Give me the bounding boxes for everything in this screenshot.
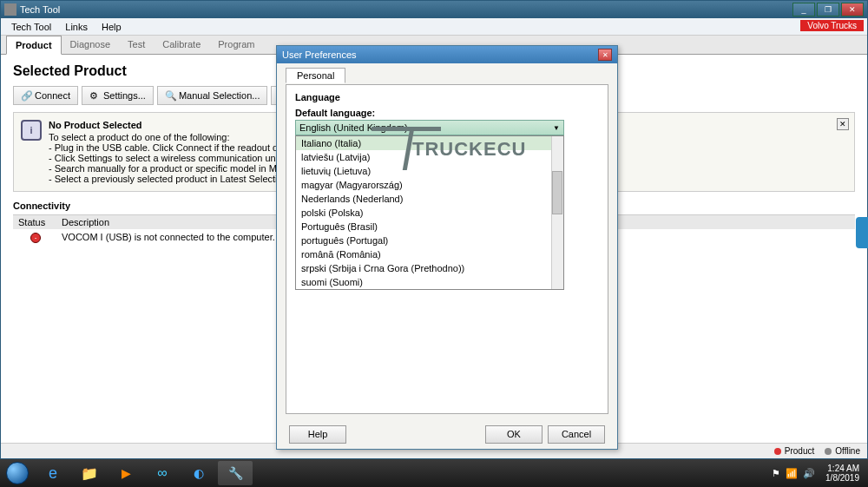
settings-label: Settings...	[103, 90, 146, 101]
language-option[interactable]: srpski (Srbija i Crna Gora (Prethodno))	[296, 261, 563, 275]
language-option[interactable]: magyar (Magyarország)	[296, 178, 563, 192]
menu-help[interactable]: Help	[95, 20, 128, 34]
ok-button[interactable]: OK	[485, 425, 542, 444]
menu-links[interactable]: Links	[58, 20, 95, 34]
tab-program[interactable]: Program	[209, 36, 263, 54]
dialog-title: User Preferences	[282, 49, 357, 60]
taskbar-techtool-icon[interactable]: 🔧	[218, 461, 253, 485]
app-icon	[4, 3, 16, 16]
status-product: Product	[785, 446, 814, 456]
language-dropdown-list: Italiano (Italia) latviešu (Latvija) lie…	[295, 135, 564, 290]
dropdown-scroll-thumb[interactable]	[552, 171, 562, 214]
col-status: Status	[13, 215, 56, 229]
language-option[interactable]: română (România)	[296, 247, 563, 261]
taskbar: e 📁 ▶ ∞ ◐ 🔧 ⚑ 📶 🔊 1:24 AM 1/8/2019	[0, 459, 868, 487]
search-icon: 🔍	[165, 90, 175, 101]
clock-time: 1:24 AM	[825, 464, 859, 473]
taskbar-app1-icon[interactable]: ∞	[145, 461, 180, 485]
side-widget[interactable]	[856, 217, 868, 248]
connect-label: Connect	[35, 90, 70, 101]
system-tray: ⚑ 📶 🔊 1:24 AM 1/8/2019	[772, 464, 868, 483]
language-selected: English (United Kingdom)	[299, 122, 408, 133]
taskbar-explorer-icon[interactable]: 📁	[72, 461, 107, 485]
chevron-down-icon: ▼	[553, 124, 560, 132]
brand-badge: Volvo Trucks	[800, 20, 864, 31]
taskbar-ie-icon[interactable]: e	[36, 461, 70, 485]
settings-button[interactable]: ⚙Settings...	[82, 86, 154, 105]
language-option[interactable]: latviešu (Latvija)	[296, 150, 563, 164]
tray-flag-icon[interactable]: ⚑	[772, 468, 780, 479]
taskbar-teamviewer-icon[interactable]: ◐	[181, 461, 216, 485]
tab-diagnose[interactable]: Diagnose	[62, 36, 119, 54]
default-language-label: Default language:	[295, 108, 599, 118]
manual-label: Manual Selection...	[179, 90, 260, 101]
tab-product[interactable]: Product	[6, 36, 62, 55]
language-option[interactable]: polski (Polska)	[296, 206, 563, 220]
help-button[interactable]: Help	[289, 425, 346, 444]
dialog-body: Language Default language: English (Unit…	[286, 84, 608, 414]
window-title: Tech Tool	[20, 4, 60, 15]
status-dot-offline	[825, 448, 832, 455]
language-option[interactable]: português (Portugal)	[296, 234, 563, 247]
error-icon: -	[30, 233, 41, 243]
tray-network-icon[interactable]: 📶	[786, 468, 798, 479]
gear-icon: ⚙	[89, 90, 100, 101]
info-close-button[interactable]: ✕	[837, 118, 849, 130]
dialog-titlebar: User Preferences ✕	[277, 46, 617, 63]
user-preferences-dialog: User Preferences ✕ Personal Language Def…	[276, 45, 618, 450]
connect-icon: 🔗	[21, 90, 31, 101]
window-close-button[interactable]: ✕	[841, 3, 864, 16]
language-option[interactable]: Português (Brasil)	[296, 220, 563, 234]
tray-volume-icon[interactable]: 🔊	[803, 468, 815, 479]
dialog-buttons: Help OK Cancel	[277, 419, 617, 449]
minimize-button[interactable]: _	[792, 3, 815, 16]
maximize-button[interactable]: ❐	[817, 3, 839, 16]
cancel-button[interactable]: Cancel	[548, 425, 605, 444]
clock-date: 1/8/2019	[825, 473, 859, 483]
tab-personal[interactable]: Personal	[286, 68, 345, 83]
status-dot-product	[774, 448, 781, 455]
tab-test[interactable]: Test	[119, 36, 154, 54]
start-button[interactable]	[0, 459, 35, 487]
windows-orb-icon	[6, 462, 29, 484]
language-section-header: Language	[295, 92, 599, 102]
taskbar-clock[interactable]: 1:24 AM 1/8/2019	[820, 464, 865, 483]
dialog-close-button[interactable]: ✕	[598, 49, 612, 61]
status-offline: Offline	[835, 446, 860, 456]
info-icon: i	[21, 120, 42, 141]
language-option[interactable]: lietuvių (Lietuva)	[296, 164, 563, 178]
language-combobox[interactable]: English (United Kingdom) ▼	[295, 120, 564, 135]
menu-techtool[interactable]: Tech Tool	[4, 20, 58, 34]
manual-selection-button[interactable]: 🔍Manual Selection...	[157, 86, 268, 105]
language-option[interactable]: Italiano (Italia)	[296, 136, 563, 150]
language-option[interactable]: Nederlands (Nederland)	[296, 192, 563, 206]
taskbar-media-icon[interactable]: ▶	[108, 461, 143, 485]
titlebar: Tech Tool _ ❐ ✕	[1, 1, 867, 18]
connect-button[interactable]: 🔗Connect	[13, 86, 78, 105]
language-option[interactable]: suomi (Suomi)	[296, 275, 563, 289]
menubar: Tech Tool Links Help Volvo Trucks	[1, 18, 867, 36]
tab-calibrate[interactable]: Calibrate	[154, 36, 209, 54]
